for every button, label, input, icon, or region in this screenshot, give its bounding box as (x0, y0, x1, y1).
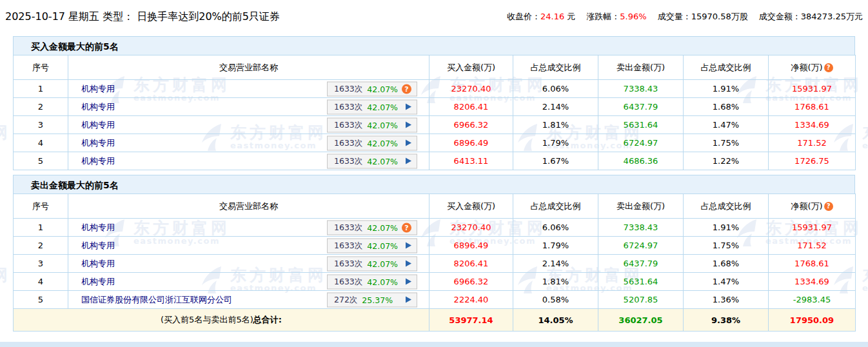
col-header-buy-ratio: 占总成交比例 (513, 194, 598, 219)
branch-stats-badge[interactable]: 1633次 42.07% (327, 99, 417, 114)
question-icon[interactable]: ? (824, 202, 833, 211)
volume-stat: 成交量：15970.58万股 (658, 11, 748, 23)
table-row: 2 机构专用 1633次 42.07% 8206.41 2.14% 6437.7… (14, 98, 856, 116)
buy-amount: 23270.40 (429, 80, 513, 98)
watermark-cn-text: 东方财富网 (0, 124, 11, 141)
branch-stats-badge[interactable]: 1633次 42.07% (327, 117, 417, 132)
buy-ratio: 1.67% (513, 152, 598, 170)
buy-ratio: 2.14% (513, 255, 598, 273)
table-row: 1 机构专用 1633次 42.07% ? 23270.40 6.06% 733… (14, 219, 856, 237)
sell-ratio: 1.22% (684, 152, 769, 170)
buy-amount: 6413.11 (429, 152, 513, 170)
branch-stats-badge[interactable]: 1633次 42.07% (327, 256, 417, 271)
branch-stats-badge[interactable]: 1633次 42.07% (327, 238, 417, 253)
col-header-index: 序号 (14, 55, 68, 80)
total-label: (买入前5名与卖出前5名)总合计: (14, 309, 429, 332)
branch-name-cell: 机构专用 1633次 42.07% (68, 255, 429, 273)
arrow-right-icon[interactable] (406, 297, 411, 303)
watermark-en-text: eastmoney.com (862, 141, 868, 150)
col-header-sell-amount: 卖出金额(万) (598, 55, 684, 80)
row-index: 4 (14, 273, 68, 291)
appearance-count: 1633次 (334, 137, 362, 148)
sell-ratio: 1.68% (684, 255, 769, 273)
row-index: 4 (14, 134, 68, 152)
table-header-row: 序号 交易营业部名称 买入金额(万) 占总成交比例 卖出金额(万) 占总成交比例… (14, 55, 856, 80)
col-header-sell-ratio: 占总成交比例 (684, 194, 769, 219)
branch-name-link[interactable]: 国信证券股份有限公司浙江互联网分公司 (81, 295, 232, 304)
table-row: 5 国信证券股份有限公司浙江互联网分公司 272次 25.37% 2224.40… (14, 291, 856, 309)
total-buy-amount: 53977.14 (429, 309, 513, 332)
net-amount: 1768.61 (769, 98, 856, 116)
appearance-count: 1633次 (334, 258, 362, 269)
win-rate: 42.07% (367, 277, 398, 286)
branch-name-cell: 机构专用 1633次 42.07% (68, 116, 429, 134)
branch-name-cell: 机构专用 1633次 42.07% (68, 98, 429, 116)
branch-stats-badge[interactable]: 1633次 42.07% (327, 274, 417, 289)
branch-name-link[interactable]: 机构专用 (81, 84, 115, 94)
table-row: 2 机构专用 1633次 42.07% 6896.49 1.79% 6724.9… (14, 237, 856, 255)
buy-ratio: 2.14% (513, 98, 598, 116)
win-rate: 42.07% (367, 241, 398, 250)
sell-amount: 6724.97 (598, 237, 684, 255)
arrow-right-icon[interactable] (406, 140, 411, 146)
arrow-right-icon[interactable] (406, 104, 411, 110)
page-title: 2025-10-17 星期五 类型： 日换手率达到20%的前5只证券 (5, 10, 280, 24)
appearance-count: 1633次 (334, 119, 362, 130)
col-header-sell-amount: 卖出金额(万) (598, 194, 684, 219)
branch-stats-badge[interactable]: 1633次 42.07% ? (327, 81, 417, 96)
buy-amount: 6896.49 (429, 134, 513, 152)
row-index: 1 (14, 219, 68, 237)
row-index: 1 (14, 80, 68, 98)
branch-name-link[interactable]: 机构专用 (81, 277, 115, 286)
buy-amount: 6896.49 (429, 237, 513, 255)
branch-name-link[interactable]: 机构专用 (81, 138, 115, 148)
buy-top5-section: 买入金额最大的前5名 序号 交易营业部名称 买入金额(万) 占总成交比例 卖出金… (13, 36, 855, 170)
win-rate: 42.07% (367, 102, 398, 112)
row-index: 2 (14, 98, 68, 116)
total-buy-ratio: 14.05% (513, 309, 598, 332)
arrow-right-icon[interactable] (406, 122, 411, 128)
sell-amount: 5631.64 (598, 273, 684, 291)
branch-name-link[interactable]: 机构专用 (81, 241, 115, 250)
branch-name-cell: 机构专用 1633次 42.07% ? (68, 219, 429, 237)
arrow-right-icon[interactable] (406, 279, 411, 285)
branch-stats-badge[interactable]: 1633次 42.07% (327, 135, 417, 150)
win-rate: 42.07% (367, 259, 398, 268)
branch-name-link[interactable]: 机构专用 (81, 120, 115, 130)
branch-stats-badge[interactable]: 1633次 42.07% ? (327, 220, 417, 235)
branch-name-link[interactable]: 机构专用 (81, 102, 115, 112)
total-net-amount: 17950.09 (769, 309, 856, 332)
branch-name-link[interactable]: 机构专用 (81, 156, 115, 166)
total-sell-amount: 36027.05 (598, 309, 684, 332)
sell-ratio: 1.91% (684, 80, 769, 98)
question-icon[interactable]: ? (824, 63, 833, 72)
win-rate: 42.07% (367, 138, 398, 148)
arrow-right-icon[interactable] (406, 158, 411, 164)
appearance-count: 1633次 (334, 276, 362, 287)
arrow-right-icon[interactable] (406, 261, 411, 267)
question-icon[interactable]: ? (402, 223, 411, 232)
buy-amount: 6966.32 (429, 116, 513, 134)
watermark-cn-text: 东方财富网 (0, 266, 11, 284)
arrow-right-icon[interactable] (406, 243, 411, 249)
row-index: 2 (14, 237, 68, 255)
turnover-label: 成交金额： (759, 12, 801, 21)
branch-stats-badge[interactable]: 1633次 42.07% (327, 154, 417, 168)
close-price-value: 24.16 (540, 12, 564, 21)
turnover-stat: 成交金额：384273.25万元 (759, 11, 863, 23)
sell-ratio: 1.47% (684, 116, 769, 134)
sell-amount: 7338.43 (598, 80, 684, 98)
branch-name-link[interactable]: 机构专用 (81, 223, 115, 232)
sell-amount: 6437.79 (598, 255, 684, 273)
volume-value: 15970.58万股 (691, 12, 748, 21)
buy-amount: 2224.40 (429, 291, 513, 309)
table-row: 4 机构专用 1633次 42.07% 6896.49 1.79% 6724.9… (14, 134, 856, 152)
sell-ratio: 1.36% (684, 291, 769, 309)
buy-section-title: 买入金额最大的前5名 (13, 36, 855, 55)
table-row: 3 机构专用 1633次 42.07% 8206.41 2.14% 6437.7… (14, 255, 856, 273)
branch-stats-badge[interactable]: 272次 25.37% (327, 292, 417, 307)
row-index: 3 (14, 116, 68, 134)
branch-name-link[interactable]: 机构专用 (81, 259, 115, 268)
col-header-sell-ratio: 占总成交比例 (684, 55, 769, 80)
question-icon[interactable]: ? (402, 84, 411, 94)
